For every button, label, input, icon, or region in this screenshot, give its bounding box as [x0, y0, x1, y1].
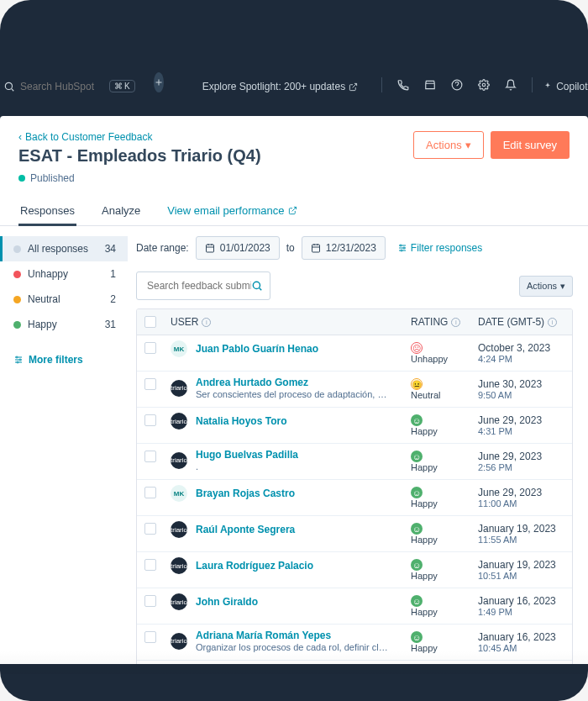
kbd-shortcut: ⌘K [109, 80, 135, 92]
date-range-label: Date range: [136, 242, 189, 254]
gear-icon[interactable] [478, 79, 490, 91]
svg-line-4 [353, 83, 357, 87]
info-icon: i [202, 318, 211, 327]
time-value: 9:50 AM [478, 390, 542, 400]
row-checkbox[interactable] [144, 487, 156, 498]
table-row[interactable]: MK Brayan Rojas Castro ☺ Happy June 29, … [137, 480, 572, 516]
col-header-date[interactable]: DATE (GMT-5)i [471, 309, 572, 335]
filter-all-responses[interactable]: All responses 34 [0, 236, 128, 261]
global-search[interactable]: ⌘K [0, 80, 135, 92]
time-value: 2:56 PM [478, 462, 542, 472]
table-row[interactable]: triario Natalia Hoyos Toro ☺ Happy June … [137, 408, 572, 444]
bell-icon[interactable] [505, 79, 517, 91]
table-row[interactable]: triario Laura Rodríguez Palacio ☺ Happy … [137, 552, 572, 588]
table-row[interactable]: triario Hugo Buelvas Padilla . ☺ Happy J… [137, 444, 572, 480]
rating-label: Happy [411, 535, 438, 545]
global-search-input[interactable] [20, 81, 104, 92]
filter-responses-link[interactable]: Filter responses [397, 242, 482, 254]
user-name-link[interactable]: Andrea Hurtado Gomez [196, 377, 389, 388]
feedback-search-input[interactable] [147, 280, 251, 292]
row-checkbox[interactable] [144, 523, 156, 535]
smile-icon: ☺ [411, 595, 423, 607]
responses-table: USERi RATINGi DATE (GMT-5)i MK Juan Pabl… [136, 308, 573, 664]
svg-rect-19 [312, 245, 319, 252]
dot-icon [13, 321, 21, 329]
row-checkbox[interactable] [144, 451, 156, 462]
more-filters-link[interactable]: More filters [0, 337, 128, 372]
user-name-link[interactable]: Hugo Buelvas Padilla [196, 449, 298, 461]
filter-happy[interactable]: Happy 31 [0, 312, 128, 337]
external-link-icon [349, 82, 358, 92]
smile-icon: ☺ [411, 631, 423, 643]
row-avatar: triario [171, 521, 187, 538]
user-name-link[interactable]: Adriana María Román Yepes [196, 630, 389, 641]
info-icon: i [451, 318, 460, 327]
user-name-link[interactable]: Juan Pablo Guarín Henao [196, 343, 318, 355]
edit-survey-button[interactable]: Edit survey [491, 131, 570, 159]
row-checkbox[interactable] [144, 595, 156, 607]
tab-email-performance[interactable]: View email performance [165, 196, 298, 225]
time-value: 4:24 PM [478, 354, 550, 364]
row-checkbox[interactable] [144, 631, 156, 643]
dot-icon [13, 245, 21, 253]
table-row[interactable]: MK Juan Pablo Guarín Henao ☹ Unhappy Oct… [137, 335, 572, 372]
sliders-icon [397, 243, 407, 253]
filter-unhappy[interactable]: Unhappy 1 [0, 261, 128, 287]
back-link[interactable]: ‹ Back to Customer Feedback [18, 131, 261, 143]
table-actions-button[interactable]: Actions ▾ [519, 276, 573, 297]
row-avatar: triario [171, 557, 187, 574]
info-icon: i [548, 318, 557, 327]
user-name-link[interactable]: Raúl Aponte Segrera [196, 524, 295, 535]
date-value: October 3, 2023 [478, 342, 550, 354]
row-avatar: triario [171, 413, 187, 430]
sliders-icon [13, 355, 24, 365]
user-name-link[interactable]: Natalia Hoyos Toro [196, 415, 286, 427]
search-icon [251, 280, 263, 292]
row-checkbox[interactable] [144, 414, 156, 426]
col-header-user[interactable]: USERi [164, 309, 404, 335]
date-value: June 29, 2023 [478, 414, 542, 426]
rating-label: Happy [411, 607, 438, 617]
phone-icon[interactable] [397, 79, 409, 91]
row-checkbox[interactable] [144, 378, 156, 390]
user-name-link[interactable]: Laura Rodríguez Palacio [196, 560, 313, 572]
filter-neutral[interactable]: Neutral 2 [0, 287, 128, 312]
table-row[interactable]: triario John Giraldo ☺ Happy January 16,… [137, 588, 572, 625]
time-value: 11:00 AM [478, 498, 542, 509]
select-all-checkbox[interactable] [144, 316, 156, 328]
svg-point-12 [16, 356, 18, 358]
copilot-button[interactable]: Copilot [543, 81, 587, 92]
row-avatar: triario [171, 380, 187, 397]
row-checkbox[interactable] [144, 342, 156, 354]
to-label: to [286, 242, 295, 254]
rating-label: Happy [411, 498, 438, 509]
actions-menu-button[interactable]: Actions ▾ [413, 131, 484, 159]
global-create-button[interactable] [154, 72, 164, 92]
col-header-rating[interactable]: RATINGi [404, 309, 471, 335]
rating-label: Neutral [411, 390, 440, 400]
table-row[interactable]: triario Raúl Aponte Segrera ☺ Happy Janu… [137, 516, 572, 552]
explore-spotlight-link[interactable]: Explore Spotlight: 200+ updates [202, 81, 358, 92]
frown-icon: ☹ [411, 342, 423, 354]
date-to-input[interactable]: 12/31/2023 [302, 236, 386, 260]
status-dot-icon [18, 175, 25, 182]
user-name-link[interactable]: Brayan Rojas Castro [196, 488, 295, 499]
svg-line-8 [291, 207, 296, 211]
time-value: 10:51 AM [478, 571, 556, 581]
help-icon[interactable] [451, 79, 463, 91]
feedback-search[interactable] [136, 271, 270, 300]
smile-icon: ☺ [411, 487, 423, 498]
rating-label: Unhappy [411, 354, 448, 364]
row-avatar: triario [171, 633, 187, 650]
user-name-link[interactable]: John Giraldo [196, 596, 258, 608]
svg-point-29 [253, 282, 260, 288]
marketplace-icon[interactable] [424, 79, 436, 91]
svg-rect-15 [206, 245, 213, 252]
tab-responses[interactable]: Responses [18, 196, 76, 225]
row-checkbox[interactable] [144, 559, 156, 571]
tab-analyze[interactable]: Analyze [100, 196, 142, 225]
date-from-input[interactable]: 01/01/2023 [196, 236, 280, 260]
smile-icon: ☺ [411, 414, 423, 426]
device-frame: ⌘K Explore Spotlight: 200+ updates Copil… [0, 0, 588, 701]
table-row[interactable]: triario Andrea Hurtado Gomez Ser conscie… [137, 372, 572, 408]
